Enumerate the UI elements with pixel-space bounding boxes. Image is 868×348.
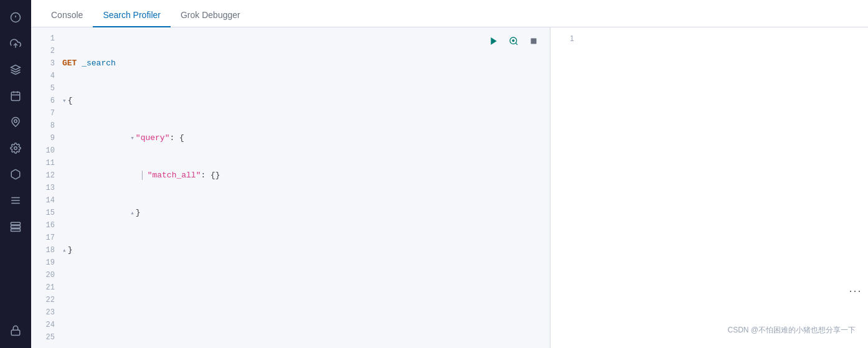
- code-line-1: GET _search: [62, 57, 545, 70]
- tab-bar: Console Search Profiler Grok Debugger: [31, 0, 868, 27]
- box-icon[interactable]: [3, 162, 28, 187]
- code-line-8: [62, 319, 545, 331]
- run-button[interactable]: [485, 32, 502, 50]
- layers-icon[interactable]: [3, 57, 28, 82]
- home-icon[interactable]: [3, 5, 28, 30]
- collapse-icon-5[interactable]: ▴: [130, 207, 134, 219]
- editor-toolbar: [485, 32, 542, 50]
- svg-marker-4: [11, 65, 21, 70]
- console-panel: 1 2 3 4 5 6 7 8 9 10 11 12 13 14 15 16 1: [31, 27, 550, 348]
- svg-rect-16: [11, 229, 21, 232]
- code-line-7: [62, 281, 545, 294]
- svg-rect-15: [11, 226, 21, 228]
- output-text-area: [582, 27, 868, 348]
- pin-icon[interactable]: [3, 110, 28, 134]
- code-line-6: ▴}: [62, 244, 545, 256]
- svg-rect-5: [11, 92, 20, 101]
- output-line-1: 1: [550, 32, 574, 45]
- document-icon[interactable]: [3, 188, 28, 213]
- sidebar: [0, 0, 31, 348]
- svg-rect-14: [11, 222, 21, 225]
- svg-rect-22: [531, 39, 537, 44]
- svg-marker-18: [491, 37, 496, 45]
- tab-search-profiler[interactable]: Search Profiler: [93, 4, 171, 27]
- code-editor[interactable]: 1 2 3 4 5 6 7 8 9 10 11 12 13 14 15 16 1: [31, 27, 550, 348]
- code-line-4: │"match_all": {}: [62, 169, 545, 182]
- svg-point-10: [14, 147, 17, 150]
- calendar-icon[interactable]: [3, 83, 28, 108]
- output-panel: 1 ⋮ CSDN @不怕困难的小猪也想分享一下: [550, 27, 868, 348]
- code-line-5: ▴}: [62, 207, 545, 219]
- collapse-icon-3[interactable]: ▾: [130, 132, 134, 144]
- gear-icon[interactable]: [3, 136, 28, 161]
- output-content: 1: [550, 27, 868, 348]
- watermark: CSDN @不怕困难的小猪也想分享一下: [727, 325, 856, 336]
- editor-area: 1 2 3 4 5 6 7 8 9 10 11 12 13 14 15 16 1: [31, 27, 868, 348]
- lock-icon[interactable]: [3, 318, 28, 343]
- stop-button[interactable]: [525, 32, 542, 50]
- line-numbers: 1 2 3 4 5 6 7 8 9 10 11 12 13 14 15 16 1: [31, 27, 62, 348]
- pipe-icon-4: │: [140, 169, 145, 182]
- upload-icon[interactable]: [3, 31, 28, 56]
- svg-point-9: [14, 120, 17, 123]
- code-line-3: ▾"query": {: [62, 132, 545, 144]
- svg-line-20: [516, 43, 517, 45]
- collapse-icon-2[interactable]: ▾: [62, 95, 67, 107]
- svg-point-21: [512, 39, 514, 42]
- stack-icon[interactable]: [3, 214, 28, 239]
- tab-grok-debugger[interactable]: Grok Debugger: [171, 4, 250, 27]
- tab-console[interactable]: Console: [41, 4, 93, 27]
- main-content: Console Search Profiler Grok Debugger: [31, 0, 868, 348]
- collapse-icon-6[interactable]: ▴: [62, 244, 67, 256]
- code-line-2: ▾{: [62, 95, 545, 107]
- more-options-button[interactable]: ⋮: [848, 285, 863, 298]
- output-line-numbers: 1: [550, 27, 582, 348]
- code-content[interactable]: GET _search ▾{ ▾"query": { │"match_all":…: [62, 27, 550, 348]
- inspect-button[interactable]: [505, 32, 522, 50]
- svg-rect-17: [11, 330, 20, 335]
